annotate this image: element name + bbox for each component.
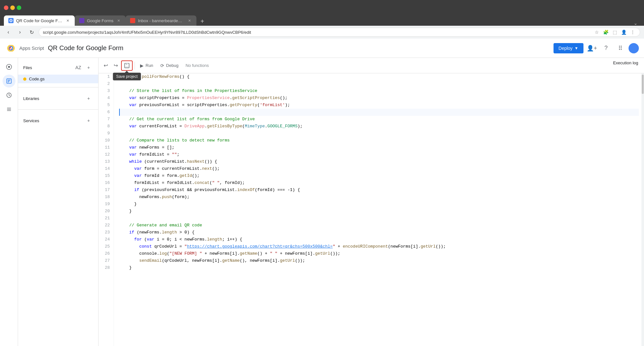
code-line-24: for (var i = 0; i < newForms.length; i++… <box>119 236 639 243</box>
libraries-section: Libraries + <box>18 89 98 108</box>
maximize-button[interactable] <box>17 5 21 10</box>
code-content[interactable]: function pollForNewForms() { // Store th… <box>114 73 644 346</box>
files-section: Files AZ + Code.gs <box>18 58 98 86</box>
code-line-14: var form = currentFormList.next(); <box>119 165 639 172</box>
overview-icon[interactable] <box>3 60 15 73</box>
window-menu-button[interactable]: ⌄ <box>631 21 640 26</box>
code-line-7: // Get the current list of forms from Go… <box>119 116 639 123</box>
help-icon[interactable]: ? <box>600 42 612 54</box>
add-service-button[interactable]: + <box>84 116 93 125</box>
ln-24: 24 <box>99 236 114 243</box>
ln-4: 4 <box>99 95 114 102</box>
apps-grid-icon[interactable]: ⠿ <box>614 42 626 54</box>
deploy-arrow-icon: ▼ <box>574 46 578 50</box>
sidebar: Files AZ + Code.gs Libraries + <box>18 58 99 346</box>
user-avatar[interactable] <box>629 43 639 53</box>
profile-icon[interactable]: 👤 <box>620 29 627 35</box>
services-actions: + <box>84 116 93 125</box>
ln-5: 5 <box>99 102 114 109</box>
ln-21: 21 <box>99 215 114 222</box>
code-line-10: // Compare the lists to detect new forms <box>119 137 639 144</box>
ln-1: 1 <box>99 73 114 80</box>
app-header: Apps Script QR Code for Google Form Depl… <box>0 39 644 58</box>
tab-google-forms[interactable]: Google Forms ✕ <box>75 15 126 26</box>
sort-files-button[interactable]: AZ <box>74 63 83 72</box>
tab-apps-script[interactable]: QR Code for Google Form - P... ✕ <box>4 15 75 26</box>
services-title: Services <box>23 118 39 123</box>
debug-icon: ⟳ <box>160 63 164 68</box>
run-button[interactable]: ▶ Run <box>137 60 156 71</box>
debug-button[interactable]: ⟳ Debug <box>157 60 182 71</box>
code-line-16: formIdList = formIdList.concat(" ", form… <box>119 179 639 187</box>
save-tooltip: Save project <box>113 73 141 80</box>
more-icon[interactable]: ⋮ <box>630 29 636 35</box>
tooltip-arrow <box>125 71 129 73</box>
ln-9: 9 <box>99 130 114 137</box>
settings-icon[interactable] <box>3 343 15 346</box>
file-name: Code.gs <box>29 77 44 81</box>
code-line-4: var scriptProperties = PropertiesService… <box>119 95 639 102</box>
ln-12: 12 <box>99 151 114 158</box>
project-title[interactable]: QR Code for Google Form <box>48 44 550 52</box>
refresh-button[interactable]: ↻ <box>27 28 36 37</box>
editor-icon[interactable] <box>3 75 15 87</box>
minimize-button[interactable] <box>10 5 15 10</box>
redo-button[interactable]: ↪ <box>111 60 120 71</box>
toolbar-divider-1 <box>135 62 135 69</box>
tab-close-forms[interactable]: ✕ <box>116 18 121 23</box>
ln-18: 18 <box>99 194 114 201</box>
tab-label-apps-script: QR Code for Google Form - P... <box>16 18 62 23</box>
add-library-button[interactable]: + <box>84 94 93 103</box>
deploy-button[interactable]: Deploy ▼ <box>554 43 583 53</box>
bookmark-icon[interactable]: ☆ <box>593 29 600 35</box>
code-line-26: console.log("[NEW FORM] " + newForms[i].… <box>119 250 639 257</box>
ln-16: 16 <box>99 179 114 187</box>
ln-28: 28 <box>99 264 114 271</box>
extension-icon[interactable]: 🧩 <box>602 29 609 35</box>
tab-close-apps-script[interactable]: ✕ <box>65 18 70 23</box>
save-button[interactable] <box>121 60 133 71</box>
vertical-scrollbar[interactable] <box>641 73 644 346</box>
ln-22: 22 <box>99 222 114 229</box>
add-file-button[interactable]: + <box>84 63 93 72</box>
code-line-28: } <box>119 264 639 271</box>
tab-label-gmail: Inbox - bannerbeardemo@gm... <box>138 18 184 23</box>
toolbar: ↩ ↪ Save project <box>99 58 644 73</box>
svg-rect-18 <box>126 64 127 65</box>
code-line-13: while (currentFormList.hasNext()) { <box>119 158 639 165</box>
file-item-code[interactable]: Code.gs <box>18 75 98 83</box>
forward-button[interactable]: › <box>15 28 24 37</box>
ln-19: 19 <box>99 201 114 208</box>
back-button[interactable]: ‹ <box>4 28 13 37</box>
scrollbar-thumb[interactable] <box>642 75 644 94</box>
code-line-6 <box>119 109 639 116</box>
tab-gmail[interactable]: Inbox - bannerbeardemo@gm... ✕ <box>126 15 196 26</box>
close-button[interactable] <box>4 5 8 10</box>
save-icon <box>124 62 130 69</box>
tab-label-forms: Google Forms <box>87 18 113 23</box>
ln-15: 15 <box>99 172 114 179</box>
undo-button[interactable]: ↩ <box>101 60 110 71</box>
code-container[interactable]: 1 2 3 4 5 6 7 8 9 10 11 12 13 14 15 16 1… <box>99 73 644 346</box>
new-tab-button[interactable]: + <box>198 17 207 26</box>
code-line-20: } <box>119 208 639 215</box>
triggers-icon[interactable] <box>3 89 15 102</box>
files-actions: AZ + <box>74 63 93 72</box>
line-numbers: 1 2 3 4 5 6 7 8 9 10 11 12 13 14 15 16 1… <box>99 73 114 346</box>
code-line-19: } <box>119 201 639 208</box>
browser-title-bar <box>0 0 644 15</box>
tab-close-gmail[interactable]: ✕ <box>187 18 192 23</box>
add-account-icon[interactable]: 👤+ <box>586 42 598 54</box>
code-line-15: var formId = form.getId(); <box>119 172 639 179</box>
no-functions-label: No functions <box>182 63 212 68</box>
svg-rect-17 <box>125 66 128 68</box>
address-bar[interactable]: script.google.com/home/projects/1aqsJolV… <box>39 28 640 37</box>
execution-log-button[interactable]: Execution log <box>610 60 641 71</box>
icon-rail <box>0 58 18 346</box>
executions-icon[interactable] <box>3 103 15 116</box>
code-line-22: // Generate and email QR code <box>119 222 639 229</box>
address-text: script.google.com/home/projects/1aqsJolV… <box>43 30 593 35</box>
cast-icon[interactable]: ⬚ <box>611 29 618 35</box>
traffic-lights[interactable] <box>4 5 21 10</box>
code-line-11: var newForms = []; <box>119 144 639 151</box>
